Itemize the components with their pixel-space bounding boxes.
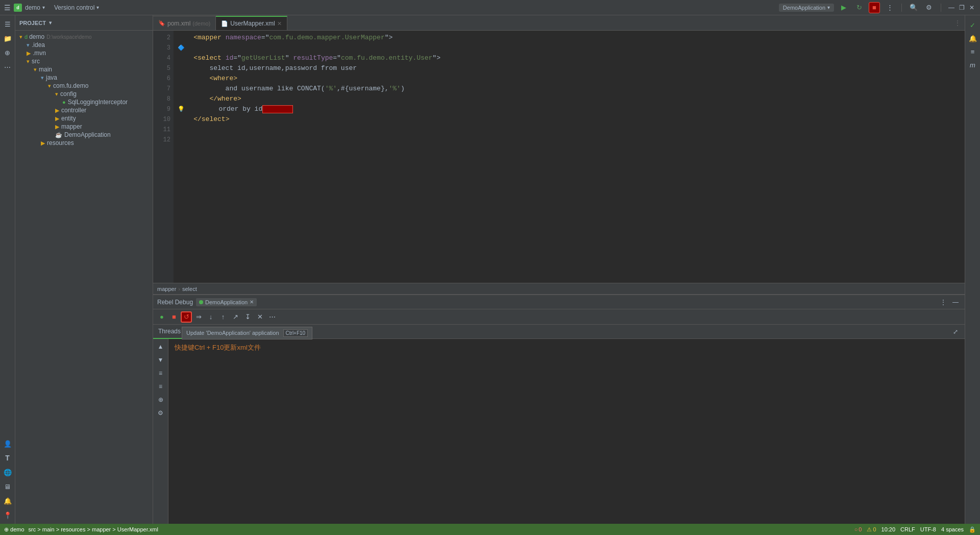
stop-button[interactable]: ■ — [869, 2, 880, 13]
debug-app-tab[interactable]: DemoApplication ✕ — [196, 298, 257, 306]
tab-usermapper-xml[interactable]: 📄 UserMapper.xml ✕ — [216, 16, 287, 30]
tab-close-usermapper[interactable]: ✕ — [277, 20, 282, 27]
status-lock[interactable]: 🔒 — [969, 526, 976, 533]
tree-item-resources[interactable]: ▶ resources — [15, 139, 153, 147]
debug-resume-button[interactable]: ● — [156, 311, 167, 323]
line-numbers: 2 3 4 5 6 7 8 9 10 11 12 — [153, 31, 174, 283]
tree-item-java[interactable]: ▾ java — [15, 74, 153, 82]
debug-stop-button[interactable]: ■ — [168, 311, 180, 323]
debug-step-out[interactable]: ↑ — [217, 311, 229, 323]
tree-item-demoapplication[interactable]: ☕ DemoApplication — [15, 131, 153, 139]
debug-evaluate[interactable]: ↧ — [242, 311, 253, 323]
window-controls: — ❐ ✕ — [947, 4, 976, 12]
activity-alert[interactable]: 🔔 — [1, 494, 14, 507]
activity-hamburger[interactable]: ☰ — [1, 17, 14, 31]
tooltip-popup: Update 'DemoApplication' application Ctr… — [182, 327, 312, 339]
debug-collapse-button[interactable]: — — [950, 297, 961, 307]
tree-item-controller[interactable]: ▶ controller — [15, 106, 153, 114]
tree-item-src[interactable]: ▾ src — [15, 57, 153, 65]
code-editor: 2 3 4 5 6 7 8 9 10 11 12 <m — [153, 31, 965, 294]
status-encoding[interactable]: UTF-8 — [920, 526, 936, 532]
tree-item-config[interactable]: ▾ config — [15, 90, 153, 98]
code-line-11: </select> — [178, 114, 961, 125]
debug-side-list2[interactable]: ≡ — [155, 381, 166, 392]
search-button[interactable]: 🔍 — [908, 2, 919, 13]
maximize-button[interactable]: ❐ — [958, 4, 966, 12]
more-button[interactable]: ⋮ — [884, 2, 895, 13]
status-warning[interactable]: ⚠0 — [867, 526, 876, 533]
debug-step-into[interactable]: ↓ — [205, 311, 216, 323]
debug-side-add[interactable]: ⊕ — [155, 394, 166, 405]
tab-more-button[interactable]: ⋮ — [950, 16, 965, 30]
separator2 — [941, 4, 941, 12]
debug-run-to-cursor[interactable]: ↗ — [230, 311, 241, 323]
activity-git[interactable]: ⊕ — [1, 46, 14, 59]
status-bar: ⊕ demo src > main > resources > mapper >… — [0, 524, 980, 535]
tab-pom-xml[interactable]: 🔖 pom.xml (demo) — [153, 16, 216, 30]
sidebar: Project ▾ ▾ d demo D:\workspace\demo ▾ .… — [15, 15, 153, 524]
debug-more-button[interactable]: ⋮ — [938, 297, 948, 307]
tree-item-idea[interactable]: ▾ .idea — [15, 41, 153, 49]
debug-toolbar: ● ■ ↺ Update 'DemoApplication' applicati… — [153, 309, 965, 325]
status-line-ending[interactable]: CRLF — [900, 526, 915, 532]
activity-t[interactable]: T — [1, 451, 14, 465]
hamburger-icon[interactable]: ☰ — [4, 4, 11, 12]
activity-globe[interactable]: 🌐 — [1, 466, 14, 479]
minimize-button[interactable]: — — [947, 4, 955, 12]
settings-button[interactable]: ⚙ — [923, 2, 935, 13]
far-right-stack[interactable]: ≡ — [967, 46, 978, 57]
debug-side-list1[interactable]: ≡ — [155, 368, 166, 379]
status-left: ⊕ demo src > main > resources > mapper >… — [4, 526, 158, 533]
far-right-m[interactable]: m — [967, 59, 978, 70]
debug-main-area: 快捷键Ctrl + F10更新xml文件 — [168, 339, 965, 524]
code-lines[interactable]: <mapper namespace="com.fu.demo.mapper.Us… — [174, 31, 965, 283]
code-line-10: 💡 order by id — [178, 104, 961, 114]
status-position[interactable]: 10:20 — [881, 526, 896, 532]
code-line-9: </where> — [178, 94, 961, 104]
tree-item-com[interactable]: ▾ com.fu.demo — [15, 82, 153, 90]
tooltip-shortcut: Ctrl+F10 — [283, 329, 308, 337]
activity-more[interactable]: ⋯ — [1, 60, 14, 74]
project-name[interactable]: demo ▾ — [25, 4, 45, 11]
activity-monitor[interactable]: 🖥 — [1, 480, 14, 493]
tree-item-main[interactable]: ▾ main — [15, 65, 153, 74]
debug-content: ▲ ▼ ≡ ≡ ⊕ ⚙ 快捷键Ctrl + F10更新xml文件 — [153, 339, 965, 524]
debug-side-up[interactable]: ▲ — [155, 341, 166, 352]
status-path[interactable]: src > main > resources > mapper > UserMa… — [29, 526, 158, 532]
status-indent[interactable]: 4 spaces — [941, 526, 964, 532]
debug-rerun-button[interactable]: ↺ Update 'DemoApplication' application C… — [181, 311, 192, 323]
status-git-branch[interactable]: ⊕ demo — [4, 526, 24, 533]
debug-cancel[interactable]: ✕ — [254, 311, 265, 323]
far-right-bell[interactable]: 🔔 — [967, 33, 978, 44]
debug-side-settings[interactable]: ⚙ — [155, 407, 166, 419]
debug-panel: Rebel Debug DemoApplication ✕ ⋮ — ● ■ ↺ — [153, 294, 965, 524]
debug-expand-panel[interactable]: ⤢ — [950, 327, 961, 337]
rerun-button[interactable]: ↻ — [853, 2, 865, 13]
code-line-2: <mapper namespace="com.fu.demo.mapper.Us… — [178, 33, 961, 43]
activity-location[interactable]: 📍 — [1, 508, 14, 522]
code-line-8: and username like CONCAT('%',#{username}… — [178, 84, 961, 94]
activity-folder[interactable]: 📁 — [1, 32, 14, 45]
tree-item-mapper[interactable]: ▶ mapper — [15, 123, 153, 131]
inline-edit-field[interactable] — [262, 105, 293, 113]
debug-side-down[interactable]: ▼ — [155, 354, 166, 366]
far-right-bar: ✓ 🔔 ≡ m — [965, 15, 980, 524]
rebel-debug-label: Rebel Debug — [157, 299, 193, 306]
code-line-3: 🔷 — [178, 43, 961, 53]
debug-step-over[interactable]: ⇒ — [193, 311, 204, 323]
far-right-check[interactable]: ✓ — [967, 19, 978, 31]
run-button[interactable]: ▶ — [838, 2, 849, 13]
tree-item-entity[interactable]: ▶ entity — [15, 114, 153, 123]
version-control[interactable]: Version control ▾ — [54, 4, 99, 11]
code-content[interactable]: 2 3 4 5 6 7 8 9 10 11 12 <m — [153, 31, 965, 283]
status-error[interactable]: ○0 — [854, 526, 862, 532]
main-layout: ☰ 📁 ⊕ ⋯ 👤 T 🌐 🖥 🔔 📍 Project ▾ ▾ d demo D… — [0, 15, 980, 524]
tree-item-mvn[interactable]: ▶ .mvn — [15, 49, 153, 57]
run-config[interactable]: DemoApplication ▾ — [779, 4, 834, 12]
activity-user[interactable]: 👤 — [1, 437, 14, 450]
tree-item-sqlogging[interactable]: ● SqlLoggingInterceptor — [15, 98, 153, 106]
tree-item-demo[interactable]: ▾ d demo D:\workspace\demo — [15, 33, 153, 41]
debug-toolbar-more[interactable]: ⋯ — [266, 311, 278, 323]
title-bar-left: ☰ d demo ▾ Version control ▾ — [4, 4, 775, 12]
close-button[interactable]: ✕ — [968, 4, 976, 12]
